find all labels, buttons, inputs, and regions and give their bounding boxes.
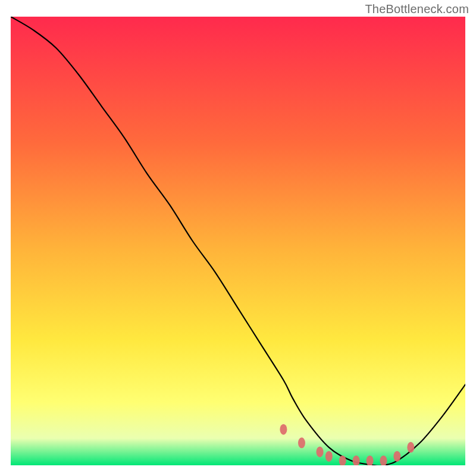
gradient-background [11, 17, 465, 465]
plot-area [11, 17, 465, 465]
optimal-dot [298, 437, 305, 448]
optimal-dot [280, 424, 287, 435]
optimal-dot [325, 451, 333, 462]
attribution-text: TheBottleneck.com [365, 2, 469, 16]
optimal-dot [407, 442, 414, 453]
optimal-dot [393, 451, 400, 462]
optimal-dot [317, 446, 324, 457]
chart-container: TheBottleneck.com [0, 0, 476, 476]
chart-svg [11, 17, 465, 465]
